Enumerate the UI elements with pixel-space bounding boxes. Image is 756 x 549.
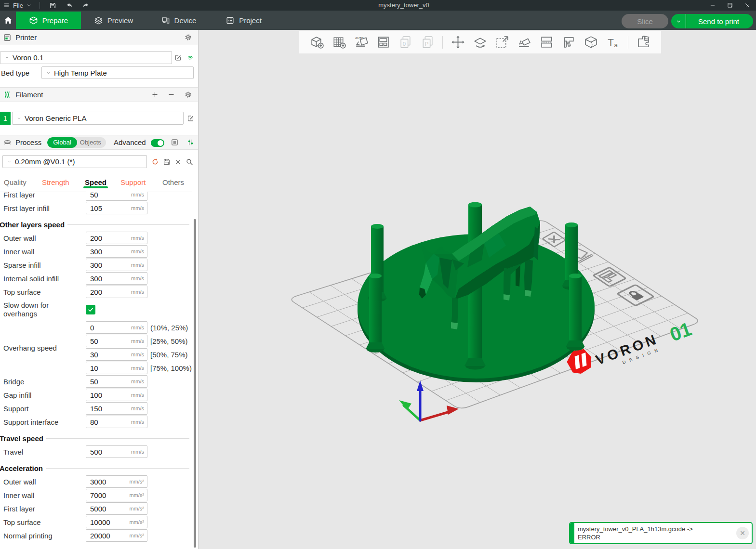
process-tab-quality[interactable]: Quality (4, 178, 27, 186)
printer-settings-gear-icon[interactable] (184, 33, 192, 41)
setting-input[interactable]: 300mm/s (86, 245, 147, 258)
advanced-label: Advanced (114, 138, 146, 146)
filament-settings-gear-icon[interactable] (184, 91, 192, 99)
tab-preview[interactable]: Preview (81, 12, 146, 29)
setting-input[interactable]: 50mm/s (86, 335, 147, 347)
mesh-boolean-tool[interactable] (580, 35, 602, 50)
setting-row: Top surface200mm/s (0, 285, 192, 299)
close-button[interactable] (739, 0, 756, 11)
reset-profile-icon[interactable] (151, 158, 159, 166)
setting-row: Inner wall300mm/s (0, 245, 192, 258)
rotate-tool[interactable] (469, 35, 491, 50)
add-filament-icon[interactable] (151, 91, 159, 98)
setting-input[interactable]: 105mm/s (86, 202, 147, 214)
send-to-print-button[interactable]: Send to print (671, 14, 753, 28)
printer-wifi-icon[interactable] (186, 54, 194, 61)
setting-input[interactable]: 200mm/s (86, 232, 147, 244)
setting-input[interactable]: 20000mm/s² (86, 529, 147, 542)
process-params-icon[interactable] (186, 138, 195, 146)
search-settings-icon[interactable] (186, 158, 193, 166)
process-tab-strength[interactable]: Strength (42, 178, 69, 186)
setting-input[interactable]: 300mm/s (86, 259, 147, 271)
file-menu-chevron-icon (26, 3, 32, 8)
tab-project[interactable]: Project (211, 12, 276, 29)
setting-input[interactable]: 150mm/s (86, 402, 147, 415)
setting-input[interactable]: 10000mm/s² (86, 516, 147, 528)
save-profile-icon[interactable] (163, 158, 171, 166)
setting-input[interactable]: 30mm/s (86, 348, 147, 361)
plate-number-text: 01 (667, 318, 694, 345)
text-shape-tool[interactable] (602, 35, 624, 50)
cut-tool[interactable] (535, 35, 557, 50)
setting-input[interactable]: 10mm/s (86, 362, 147, 374)
advanced-toggle[interactable] (151, 139, 164, 147)
scope-global[interactable]: Global (47, 137, 77, 148)
tab-device[interactable]: Device (146, 12, 211, 29)
tab-prepare[interactable]: Prepare (16, 12, 81, 29)
process-list-icon[interactable] (171, 138, 179, 146)
project-icon (225, 16, 235, 25)
support-paint-tool[interactable] (557, 35, 580, 50)
edit-filament-icon[interactable] (187, 115, 194, 122)
setting-input[interactable]: 50mm/s (86, 375, 147, 388)
scope-objects[interactable]: Objects (77, 139, 106, 146)
settings-scrollbar[interactable] (194, 219, 196, 548)
lay-flat-tool[interactable] (513, 35, 535, 50)
bed-type-select[interactable]: High Temp Plate (41, 66, 194, 79)
setting-row: Bridge50mm/s (0, 375, 192, 388)
setting-input[interactable]: 300mm/s (86, 272, 147, 285)
setting-input[interactable]: 80mm/s (86, 416, 147, 428)
setting-input[interactable]: 3000mm/s² (86, 475, 147, 488)
home-tab[interactable] (0, 11, 16, 30)
device-icon (161, 16, 170, 25)
redo-button[interactable] (78, 0, 94, 11)
bed-type-chevron-icon (46, 71, 51, 75)
undo-button[interactable] (61, 0, 78, 11)
process-tab-others[interactable]: Others (162, 178, 184, 186)
add-plate-tool[interactable] (328, 35, 350, 50)
settings-group-header: Travel speed (0, 431, 192, 445)
setting-input[interactable]: 100mm/s (86, 389, 147, 401)
slice-button[interactable]: Slice (622, 14, 668, 28)
setting-row: 10mm/s[75%, 100%) (0, 361, 192, 375)
auto-arrange-tool[interactable] (350, 35, 372, 50)
setting-row: Inner wall7000mm/s² (0, 488, 192, 502)
scale-tool[interactable] (491, 35, 513, 50)
move-tool[interactable] (447, 35, 469, 50)
setting-input[interactable]: 200mm/s (86, 286, 147, 298)
send-options-chevron[interactable] (671, 14, 686, 28)
maximize-button[interactable] (721, 0, 739, 11)
setting-input[interactable]: 500mm/s (86, 445, 147, 458)
setting-row: 30mm/s[50%, 75%) (0, 348, 192, 361)
split-layout-tool[interactable] (372, 35, 394, 50)
setting-row: 0mm/s(10%, 25%) (0, 321, 192, 334)
setting-input[interactable]: 50mm/s (86, 192, 147, 201)
delete-plate-icon[interactable] (543, 232, 566, 247)
process-tab-support[interactable]: Support (120, 178, 146, 186)
toast-close-button[interactable]: ✕ (736, 527, 749, 539)
setting-input[interactable]: 7000mm/s² (86, 489, 147, 501)
filament-slot-badge: 1 (0, 112, 11, 125)
edit-printer-icon[interactable] (174, 54, 182, 61)
process-profile-select[interactable]: 0.20mm @V0.1 (*) (2, 155, 147, 168)
viewport-3d[interactable]: VORON D E S I G N 01 (199, 30, 756, 549)
process-section-header: Process Global Objects Advanced (0, 135, 198, 150)
process-scope-toggle[interactable]: Global Objects (47, 137, 106, 148)
process-tab-speed[interactable]: Speed (85, 178, 106, 186)
overhang-slowdown-checkbox[interactable] (86, 305, 95, 314)
minimize-button[interactable] (704, 0, 721, 11)
filament-select[interactable]: Voron Generic PLA (12, 112, 184, 125)
notification-toast: mystery_tower_v0_PLA_1h13m.gcode -> ERRO… (569, 522, 753, 544)
setting-row: Top surface10000mm/s² (0, 515, 192, 529)
save-button[interactable] (45, 0, 61, 11)
file-menu[interactable]: File (0, 2, 35, 9)
remove-filament-icon[interactable] (168, 91, 175, 98)
printer-section-header: Printer (0, 30, 198, 45)
printer-select[interactable]: Voron 0.1 (0, 51, 172, 64)
clear-profile-icon[interactable] (174, 158, 182, 166)
prepare-icon (29, 16, 38, 25)
setting-input[interactable]: 5000mm/s² (86, 502, 147, 515)
assembly-tool[interactable] (632, 35, 654, 50)
add-model-tool[interactable] (305, 35, 328, 50)
setting-input[interactable]: 0mm/s (86, 321, 147, 334)
